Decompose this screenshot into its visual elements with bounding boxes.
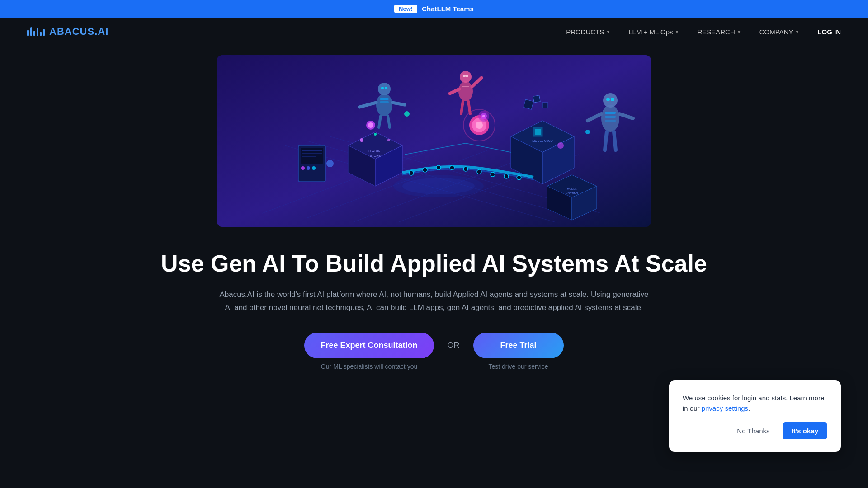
logo-bar-1: [27, 30, 29, 36]
svg-rect-88: [533, 95, 540, 103]
products-chevron-icon: ▼: [606, 29, 610, 34]
svg-point-15: [387, 139, 390, 141]
logo-bar-3: [33, 31, 35, 36]
svg-rect-21: [535, 129, 541, 135]
consultation-group: Free Expert Consultation Our ML speciali…: [304, 333, 434, 370]
svg-text:HOSTING: HOSTING: [566, 192, 578, 195]
logo[interactable]: ABACUS.AI: [27, 26, 108, 38]
svg-point-80: [326, 160, 334, 167]
svg-point-28: [423, 168, 427, 172]
svg-point-43: [385, 87, 387, 89]
nav-login[interactable]: LOG IN: [817, 28, 841, 36]
svg-point-51: [460, 71, 472, 83]
svg-point-27: [409, 171, 414, 175]
svg-line-56: [461, 101, 463, 114]
trial-group: Free Trial Test drive our service: [473, 333, 564, 370]
hero-image-container: FEATURE STORE MODEL CI/CD: [217, 46, 651, 227]
svg-rect-67: [605, 112, 616, 114]
logo-text: ABACUS.AI: [49, 26, 108, 38]
svg-point-34: [504, 174, 509, 178]
svg-point-35: [517, 175, 521, 180]
svg-point-41: [378, 83, 391, 95]
nav-llm-ops[interactable]: LLM + ML Ops ▼: [628, 28, 679, 36]
nav-company-label: COMPANY: [760, 28, 793, 36]
svg-rect-71: [301, 148, 323, 164]
svg-line-65: [605, 132, 607, 150]
svg-point-33: [491, 172, 495, 177]
svg-point-61: [606, 98, 610, 101]
svg-text:FEATURE: FEATURE: [368, 150, 382, 153]
trial-subtext: Test drive our service: [488, 363, 548, 370]
chatllm-teams-link[interactable]: ChatLLM Teams: [422, 5, 474, 13]
svg-rect-48: [380, 98, 389, 100]
page-description: Abacus.AI is the world's first AI platfo…: [217, 288, 651, 314]
nav-llm-ops-label: LLM + ML Ops: [628, 28, 673, 36]
logo-bar-4: [37, 28, 38, 36]
svg-rect-58: [462, 86, 469, 87]
svg-point-75: [301, 166, 305, 170]
nav-research-label: RESEARCH: [697, 28, 735, 36]
hero-image: FEATURE STORE MODEL CI/CD: [217, 55, 651, 227]
svg-line-66: [614, 132, 616, 150]
privacy-settings-link[interactable]: privacy settings: [702, 404, 748, 412]
cookie-link-suffix: .: [748, 404, 750, 412]
svg-text:MODEL CI/CD: MODEL CI/CD: [532, 139, 553, 142]
svg-point-29: [436, 165, 441, 170]
svg-point-13: [360, 138, 363, 142]
svg-point-40: [376, 94, 392, 116]
svg-point-30: [450, 165, 454, 170]
svg-point-79: [368, 122, 373, 128]
svg-line-45: [392, 103, 405, 105]
logo-bar-2: [30, 27, 32, 36]
navbar: ABACUS.AI PRODUCTS ▼ LLM + ML Ops ▼ RESE…: [0, 18, 868, 46]
svg-point-59: [601, 105, 619, 132]
svg-rect-68: [605, 116, 616, 118]
svg-point-77: [312, 166, 316, 170]
svg-rect-49: [380, 101, 389, 103]
consultation-button[interactable]: Free Expert Consultation: [304, 333, 434, 358]
company-chevron-icon: ▼: [795, 29, 799, 34]
svg-point-60: [603, 93, 618, 108]
svg-point-31: [463, 167, 468, 171]
logo-main: ABACUS: [49, 26, 94, 37]
logo-bar-5: [40, 32, 42, 36]
svg-line-57: [468, 101, 470, 114]
cookie-banner: We use cookies for login and stats. Lear…: [669, 380, 841, 452]
svg-point-91: [402, 178, 475, 194]
no-thanks-button[interactable]: No Thanks: [730, 423, 777, 438]
svg-line-47: [388, 116, 390, 127]
svg-point-86: [482, 115, 485, 117]
nav-links: PRODUCTS ▼ LLM + ML Ops ▼ RESEARCH ▼ COM…: [566, 28, 841, 36]
llm-ops-chevron-icon: ▼: [675, 29, 679, 34]
nav-research[interactable]: RESEARCH ▼: [697, 28, 741, 36]
svg-point-83: [585, 130, 590, 134]
svg-point-76: [307, 166, 310, 170]
logo-bar-6: [43, 29, 45, 36]
main-content: Use Gen AI To Build Applied AI Systems A…: [0, 227, 868, 397]
svg-point-52: [463, 75, 466, 77]
svg-rect-87: [524, 99, 533, 109]
svg-point-38: [476, 122, 483, 129]
consultation-subtext: Our ML specialists will contact you: [321, 363, 417, 370]
svg-point-50: [458, 81, 473, 101]
svg-text:MODEL: MODEL: [567, 188, 577, 190]
svg-point-82: [557, 142, 564, 149]
nav-products[interactable]: PRODUCTS ▼: [566, 28, 610, 36]
svg-point-62: [611, 98, 614, 101]
logo-bars: [27, 27, 45, 36]
cta-area: Free Expert Consultation Our ML speciali…: [27, 333, 841, 370]
announcement-bar: New! ChatLLM Teams: [0, 0, 868, 18]
cookie-buttons: No Thanks It's okay: [683, 422, 827, 439]
or-separator: OR: [448, 333, 460, 350]
logo-icon: [27, 27, 45, 36]
svg-rect-69: [605, 120, 616, 122]
svg-point-81: [404, 111, 410, 117]
nav-company[interactable]: COMPANY ▼: [760, 28, 800, 36]
nav-products-label: PRODUCTS: [566, 28, 604, 36]
okay-button[interactable]: It's okay: [783, 422, 827, 439]
svg-point-32: [477, 169, 481, 174]
logo-suffix: .AI: [94, 26, 108, 37]
page-title: Use Gen AI To Build Applied AI Systems A…: [27, 249, 841, 277]
svg-rect-89: [542, 103, 548, 108]
trial-button[interactable]: Free Trial: [473, 333, 564, 358]
